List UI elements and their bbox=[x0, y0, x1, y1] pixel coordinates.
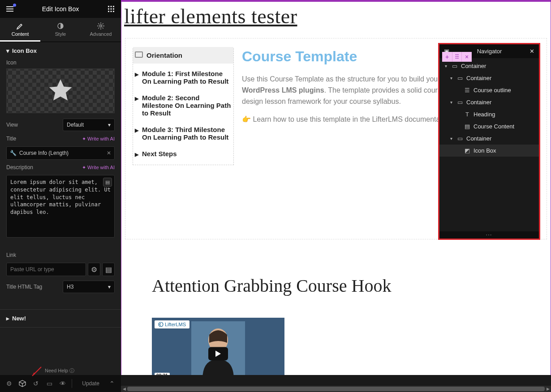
widget-grid-icon[interactable] bbox=[107, 4, 116, 13]
site-title[interactable]: lifter elements tester bbox=[121, 2, 551, 38]
svg-rect-7 bbox=[111, 11, 112, 12]
section-new-label: New! bbox=[12, 315, 26, 322]
navigator-item-label: Course outline bbox=[474, 87, 511, 94]
responsive-icon[interactable]: ▭ bbox=[43, 377, 56, 390]
help-icon: ⓘ bbox=[69, 368, 74, 373]
scroll-right-icon[interactable]: ▶ bbox=[545, 386, 551, 392]
tab-content[interactable]: Content bbox=[0, 18, 40, 42]
navigator-resize-icon[interactable]: ⋯ bbox=[439, 231, 539, 239]
navigator-item-label: Container bbox=[466, 135, 491, 142]
panel-header: Edit Icon Box bbox=[0, 0, 121, 18]
update-button[interactable]: Update bbox=[77, 380, 105, 387]
link-dynamic-icon[interactable]: ▤ bbox=[102, 263, 115, 276]
menu-icon[interactable] bbox=[5, 4, 14, 13]
htmltag-value: H3 bbox=[67, 284, 73, 290]
caret-right-icon: ▶ bbox=[135, 96, 138, 102]
preview-icon[interactable]: 👁 bbox=[56, 377, 69, 390]
outline-item-label: Module 2: Second Milestone On Learning P… bbox=[142, 94, 232, 117]
bottom-toolbar: ⚙ ↺ ▭ 👁 Update ⌃ bbox=[0, 375, 121, 392]
tab-style-label: Style bbox=[55, 31, 66, 37]
course-outline: Orientation ▶ Module 1: First Milestone … bbox=[133, 48, 234, 239]
svg-rect-8 bbox=[113, 11, 114, 12]
navigator-item-label: Icon Box bbox=[474, 147, 496, 154]
hook-section: Attention Grabbing Course Hook LifterLMS… bbox=[121, 275, 551, 375]
navigator-item[interactable]: ▤Course Content bbox=[439, 120, 539, 132]
settings-icon[interactable]: ⚙ bbox=[3, 377, 15, 390]
update-options-icon[interactable]: ⌃ bbox=[106, 377, 118, 390]
icon-preview[interactable] bbox=[6, 68, 115, 113]
navigator-tree: ▾▭Container▾▭Container☰Course outline▾▭C… bbox=[439, 58, 539, 231]
navigator-item-label: Container bbox=[466, 75, 491, 81]
svg-rect-4 bbox=[111, 9, 112, 10]
clear-icon[interactable]: ✕ bbox=[107, 150, 111, 156]
scrollbar-thumb[interactable] bbox=[127, 387, 545, 391]
navigator-item[interactable]: ▾▭Container bbox=[439, 72, 539, 84]
view-select-value: Default bbox=[67, 122, 84, 128]
expand-icon[interactable]: ▾ bbox=[448, 76, 454, 81]
outline-item[interactable]: ▶ Module 3: Third Milestone On Learning … bbox=[135, 121, 232, 145]
delete-element-icon[interactable]: × bbox=[462, 52, 472, 62]
outline-item[interactable]: Orientation bbox=[133, 47, 233, 64]
close-icon[interactable]: ✕ bbox=[529, 48, 534, 55]
navigator-item[interactable]: ▾▭Container bbox=[439, 132, 539, 145]
svg-rect-2 bbox=[113, 6, 114, 7]
outline-item[interactable]: ▶ Module 2: Second Milestone On Learning… bbox=[135, 89, 232, 121]
need-help[interactable]: Need Help ⓘ bbox=[45, 367, 74, 374]
tab-advanced[interactable]: Advanced bbox=[81, 18, 121, 42]
chevron-down-icon: ▾ bbox=[108, 122, 111, 128]
svg-marker-16 bbox=[215, 351, 221, 357]
section-iconbox[interactable]: ▾ Icon Box bbox=[0, 42, 121, 60]
caret-right-icon: ▶ bbox=[135, 128, 138, 133]
dynamic-tags-icon[interactable]: ▤ bbox=[103, 178, 112, 187]
write-with-ai-desc[interactable]: Write with AI bbox=[82, 165, 115, 170]
drag-handle-icon[interactable]: ⠿ bbox=[452, 52, 462, 62]
outline-item[interactable]: ▶ Module 1: First Milestone On Learning … bbox=[135, 65, 232, 89]
svg-point-15 bbox=[159, 322, 163, 327]
navigator-item[interactable]: ▾▭Container bbox=[439, 96, 539, 108]
svg-rect-5 bbox=[113, 9, 114, 10]
editor-panel: Edit Icon Box Content Style Advanced ▾ I… bbox=[0, 0, 121, 392]
outline-item[interactable]: ▶ Next Steps bbox=[135, 145, 232, 162]
title-input[interactable] bbox=[6, 146, 115, 160]
scroll-left-icon[interactable]: ◀ bbox=[121, 386, 127, 392]
outline-item-label: Next Steps bbox=[142, 150, 177, 158]
history-icon[interactable]: ↺ bbox=[30, 377, 42, 390]
expand-icon[interactable]: ▾ bbox=[443, 64, 448, 68]
play-icon[interactable] bbox=[208, 347, 228, 361]
caret-right-icon: ▶ bbox=[135, 72, 138, 77]
chevron-down-icon: ▾ bbox=[108, 284, 111, 290]
navigator-item[interactable]: ☰Course outline bbox=[439, 84, 539, 96]
tab-style[interactable]: Style bbox=[40, 18, 81, 42]
expand-icon[interactable]: ▾ bbox=[448, 136, 454, 141]
square-icon bbox=[135, 51, 143, 58]
video-player[interactable]: LifterLMS 00:21 ▶ 🔊 CC ⧉ ⚙ ⛶ bbox=[152, 318, 284, 375]
label-description: Description bbox=[6, 164, 33, 170]
container-icon: ▭ bbox=[456, 75, 464, 81]
container-icon: ▭ bbox=[456, 135, 464, 142]
navigator-item[interactable]: ◩Icon Box bbox=[439, 145, 539, 157]
outline-item-label: Orientation bbox=[146, 51, 182, 59]
add-element-icon[interactable]: + bbox=[442, 52, 452, 62]
container-icon: ▭ bbox=[456, 99, 464, 106]
view-select[interactable]: Default ▾ bbox=[63, 119, 115, 131]
heading-icon: T bbox=[464, 111, 471, 118]
hook-title: Attention Grabbing Course Hook bbox=[152, 275, 551, 296]
svg-rect-3 bbox=[108, 9, 109, 10]
write-with-ai-title[interactable]: Write with AI bbox=[82, 136, 115, 142]
navigator-panel: ▣ Navigator ✕ ▾▭Container▾▭Container☰Cou… bbox=[438, 43, 540, 240]
htmltag-select[interactable]: H3 ▾ bbox=[63, 281, 115, 293]
horizontal-scrollbar[interactable]: ◀ ▶ bbox=[121, 386, 551, 392]
link-options-icon[interactable]: ⚙ bbox=[88, 263, 100, 276]
video-timestamp: 00:21 bbox=[155, 373, 170, 375]
expand-icon[interactable]: ▾ bbox=[448, 100, 454, 105]
link-input[interactable] bbox=[6, 263, 86, 276]
description-textarea[interactable]: Lorem ipsum dolor sit amet, consectetur … bbox=[6, 175, 115, 238]
navigator-icon[interactable] bbox=[16, 377, 29, 390]
navigator-item[interactable]: THeading bbox=[439, 108, 539, 120]
caret-right-icon: ▸ bbox=[6, 315, 9, 322]
navigator-item[interactable]: ▾▭Container bbox=[439, 60, 539, 72]
navigator-item-label: Container bbox=[461, 63, 486, 69]
panel-tabs: Content Style Advanced bbox=[0, 18, 121, 42]
content-icon: ▤ bbox=[464, 123, 471, 130]
section-new[interactable]: ▸ New! bbox=[0, 309, 121, 328]
